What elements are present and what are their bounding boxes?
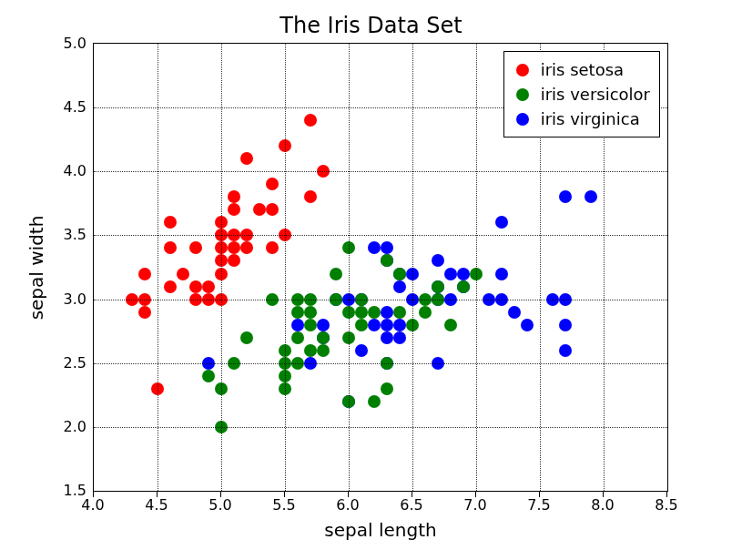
data-point <box>508 306 521 319</box>
x-tick-label: 5.5 <box>272 496 295 514</box>
data-point <box>559 190 572 203</box>
grid-line-vertical <box>349 44 350 491</box>
x-tick-label: 8.0 <box>591 496 614 514</box>
data-point <box>253 203 266 216</box>
data-point <box>355 319 368 331</box>
data-point <box>368 241 381 254</box>
x-tick-mark <box>475 492 476 497</box>
grid-line-horizontal <box>94 171 667 172</box>
x-tick-mark <box>93 492 94 497</box>
data-point <box>202 370 215 382</box>
data-point <box>228 190 240 203</box>
data-point <box>240 241 253 254</box>
data-point <box>393 268 406 280</box>
data-point <box>368 306 381 319</box>
data-point <box>381 319 393 331</box>
y-axis-label: sepal width <box>27 43 46 492</box>
data-point <box>304 114 317 127</box>
data-point <box>304 190 317 203</box>
data-point <box>584 190 597 203</box>
legend-label: iris versicolor <box>541 82 650 107</box>
legend-swatch <box>512 112 534 127</box>
data-point <box>355 306 368 319</box>
legend-swatch <box>512 63 534 77</box>
data-point <box>393 280 406 293</box>
x-tick-label: 7.5 <box>527 496 550 514</box>
legend-entry: iris setosa <box>512 57 650 82</box>
x-tick-mark <box>348 492 349 497</box>
data-point <box>495 268 508 280</box>
data-point <box>432 254 444 267</box>
data-point <box>393 306 406 319</box>
legend-swatch <box>512 87 534 102</box>
legend-entry: iris versicolor <box>512 82 650 107</box>
data-point <box>432 280 444 293</box>
data-point <box>177 268 189 280</box>
data-point <box>138 306 151 319</box>
data-point <box>317 331 330 344</box>
data-point <box>189 241 202 254</box>
data-point <box>291 319 304 331</box>
data-point <box>304 319 317 331</box>
x-tick-label: 8.5 <box>655 496 677 514</box>
x-axis-label: sepal length <box>93 519 668 541</box>
x-tick-label: 6.0 <box>336 496 359 514</box>
data-point <box>457 280 470 293</box>
x-tick-mark <box>666 492 667 497</box>
y-tick-label: 4.5 <box>64 98 86 116</box>
data-point <box>189 280 202 293</box>
data-point <box>521 319 534 331</box>
data-point <box>266 241 279 254</box>
legend-marker-icon <box>516 113 529 126</box>
data-point <box>240 331 253 344</box>
data-point <box>228 254 240 267</box>
grid-line-vertical <box>285 44 286 491</box>
grid-line-horizontal <box>94 427 667 428</box>
data-point <box>444 268 457 280</box>
x-tick-mark <box>220 492 221 497</box>
scatter-chart: The Iris Data Set iris setosairis versic… <box>0 0 742 560</box>
data-point <box>457 268 470 280</box>
data-point <box>304 344 317 357</box>
y-tick-label: 2.0 <box>64 417 86 434</box>
plot-area: iris setosairis versicoloriris virginica <box>93 43 668 492</box>
x-tick-label: 5.0 <box>208 496 231 514</box>
grid-line-horizontal <box>94 300 667 300</box>
data-point <box>368 395 381 408</box>
data-point <box>291 331 304 344</box>
x-tick-mark <box>412 492 412 497</box>
grid-line-vertical <box>476 44 477 491</box>
data-point <box>291 306 304 319</box>
data-point <box>393 319 406 331</box>
data-point <box>266 178 279 190</box>
x-tick-mark <box>157 492 158 497</box>
data-point <box>381 331 393 344</box>
data-point <box>228 203 240 216</box>
data-point <box>355 344 368 357</box>
grid-line-vertical <box>221 44 222 491</box>
data-point <box>202 280 215 293</box>
data-point <box>393 331 406 344</box>
y-tick-label: 4.0 <box>64 162 86 179</box>
data-point <box>164 241 177 254</box>
data-point <box>317 319 330 331</box>
legend-marker-icon <box>516 64 529 76</box>
y-tick-label: 2.5 <box>64 353 86 371</box>
grid-line-horizontal <box>94 363 667 364</box>
data-point <box>304 306 317 319</box>
data-point <box>266 203 279 216</box>
grid-line-vertical <box>412 44 413 491</box>
data-point <box>381 306 393 319</box>
data-point <box>444 319 457 331</box>
data-point <box>381 382 393 395</box>
x-tick-mark <box>284 492 285 497</box>
x-tick-label: 7.0 <box>463 496 486 514</box>
data-point <box>317 344 330 357</box>
x-tick-label: 4.0 <box>81 496 104 514</box>
data-point <box>381 241 393 254</box>
data-point <box>419 306 432 319</box>
data-point <box>368 319 381 331</box>
x-tick-label: 4.5 <box>145 496 168 514</box>
legend-label: iris setosa <box>541 57 624 82</box>
y-tick-label: 3.0 <box>64 290 86 307</box>
